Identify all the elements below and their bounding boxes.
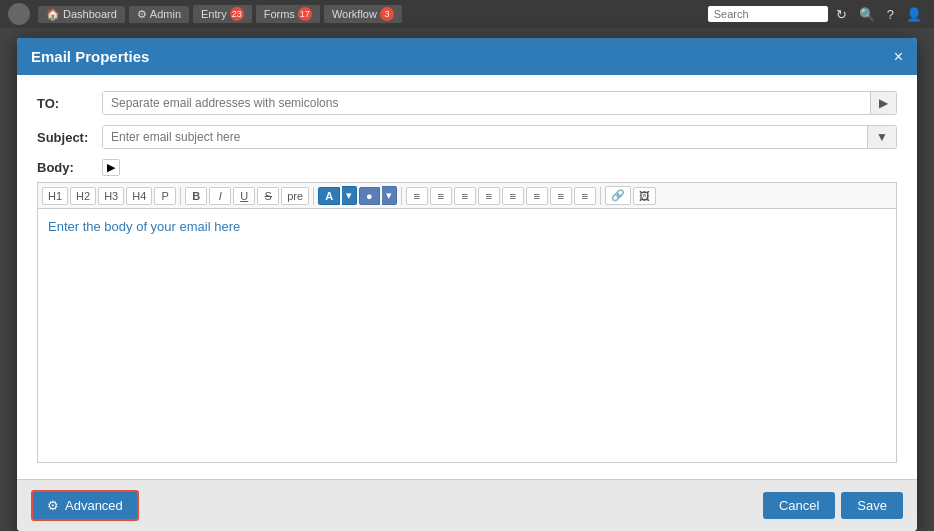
entry-badge: 23 [230, 7, 244, 21]
editor-toolbar: H1 H2 H3 H4 P B I U S pre A ▾ ● [37, 182, 897, 208]
nav-logo [8, 3, 30, 25]
subject-field-row: Subject: ▼ [37, 125, 897, 149]
modal-close-button[interactable]: × [894, 49, 903, 65]
nav-dashboard[interactable]: 🏠 Dashboard [38, 6, 125, 23]
toolbar-image-button[interactable]: 🖼 [633, 187, 656, 205]
to-input-wrapper: ▶ [102, 91, 897, 115]
email-properties-modal: Email Properties × TO: ▶ Su [17, 38, 917, 531]
toolbar-strike[interactable]: S [257, 187, 279, 205]
toolbar-h3[interactable]: H3 [98, 187, 124, 205]
toolbar-separator-3 [401, 187, 402, 205]
dashboard-icon: 🏠 [46, 8, 60, 21]
to-field-row: TO: ▶ [37, 91, 897, 115]
advanced-label: Advanced [65, 498, 123, 513]
workflow-badge: 3 [380, 7, 394, 21]
toolbar-h4[interactable]: H4 [126, 187, 152, 205]
subject-dropdown-button[interactable]: ▼ [867, 126, 896, 148]
nav-forms[interactable]: Forms 17 [256, 5, 320, 23]
toolbar-font-color-button[interactable]: A [318, 187, 340, 205]
toolbar-list-ordered[interactable]: ≡ [526, 187, 548, 205]
toolbar-h1[interactable]: H1 [42, 187, 68, 205]
save-button[interactable]: Save [841, 492, 903, 519]
to-field: ▶ [102, 91, 897, 115]
body-label: Body: [37, 160, 102, 175]
page-background: Email Properties × TO: ▶ Su [0, 28, 934, 531]
toolbar-font-color-dropdown[interactable]: ▾ [342, 186, 357, 205]
toolbar-separator-4 [600, 187, 601, 205]
toolbar-align-justify[interactable]: ≡ [478, 187, 500, 205]
admin-icon: ⚙ [137, 8, 147, 21]
modal-footer: ⚙ Advanced Cancel Save [17, 479, 917, 531]
nav-help-btn[interactable]: ? [883, 5, 898, 24]
toolbar-separator-1 [180, 187, 181, 205]
nav-admin[interactable]: ⚙ Admin [129, 6, 189, 23]
nav-user-btn[interactable]: 👤 [902, 5, 926, 24]
email-body-editor[interactable]: Enter the body of your email here [37, 208, 897, 463]
modal-body: TO: ▶ Subject: ▼ [17, 75, 917, 479]
body-label-row: Body: ▶ [37, 159, 897, 176]
cancel-button[interactable]: Cancel [763, 492, 835, 519]
nav-refresh-btn[interactable]: ↻ [832, 5, 851, 24]
to-input[interactable] [103, 92, 870, 114]
forms-badge: 17 [298, 7, 312, 21]
toolbar-highlight-button[interactable]: ● [359, 187, 380, 205]
toolbar-pre[interactable]: pre [281, 187, 309, 205]
toolbar-outdent[interactable]: ≡ [574, 187, 596, 205]
toolbar-list-unordered[interactable]: ≡ [502, 187, 524, 205]
footer-actions: Cancel Save [763, 492, 903, 519]
toolbar-italic[interactable]: I [209, 187, 231, 205]
subject-input[interactable] [103, 126, 867, 148]
subject-field: ▼ [102, 125, 897, 149]
nav-entry[interactable]: Entry 23 [193, 5, 252, 23]
modal-header: Email Properties × [17, 38, 917, 75]
subject-label: Subject: [37, 125, 102, 145]
toolbar-bold[interactable]: B [185, 187, 207, 205]
toolbar-align-left[interactable]: ≡ [406, 187, 428, 205]
gear-icon: ⚙ [47, 498, 59, 513]
modal-title: Email Properties [31, 48, 149, 65]
modal-overlay: Email Properties × TO: ▶ Su [0, 28, 934, 531]
toolbar-align-center[interactable]: ≡ [430, 187, 452, 205]
toolbar-highlight-dropdown[interactable]: ▾ [382, 186, 397, 205]
search-input[interactable] [708, 6, 828, 22]
nav-workflow[interactable]: Workflow 3 [324, 5, 402, 23]
top-navigation: 🏠 Dashboard ⚙ Admin Entry 23 Forms 17 Wo… [0, 0, 934, 28]
toolbar-h2[interactable]: H2 [70, 187, 96, 205]
toolbar-p[interactable]: P [154, 187, 176, 205]
toolbar-underline[interactable]: U [233, 187, 255, 205]
nav-search-btn[interactable]: 🔍 [855, 5, 879, 24]
toolbar-align-right[interactable]: ≡ [454, 187, 476, 205]
to-expand-button[interactable]: ▶ [870, 92, 896, 114]
toolbar-indent[interactable]: ≡ [550, 187, 572, 205]
body-expand-button[interactable]: ▶ [102, 159, 120, 176]
toolbar-link-button[interactable]: 🔗 [605, 186, 631, 205]
toolbar-separator-2 [313, 187, 314, 205]
subject-wrapper: ▼ [102, 125, 897, 149]
to-label: TO: [37, 91, 102, 111]
editor-placeholder: Enter the body of your email here [48, 219, 240, 234]
advanced-button[interactable]: ⚙ Advanced [31, 490, 139, 521]
